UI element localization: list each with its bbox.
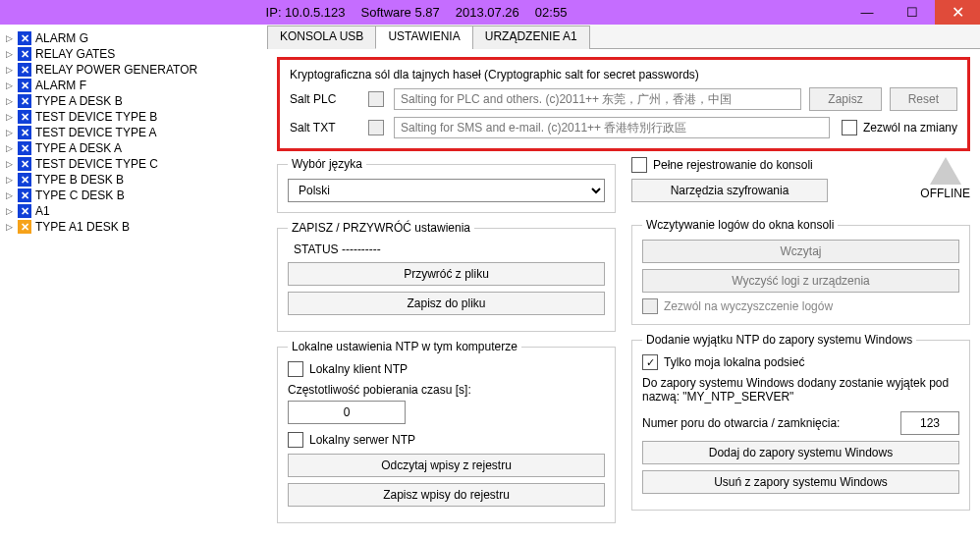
salt-plc-label: Salt PLC xyxy=(290,92,368,106)
expand-icon: ▷ xyxy=(6,128,14,137)
tree-item[interactable]: ▷✕ALARM G xyxy=(4,30,263,46)
save-restore-title: ZAPISZ / PRZYWRÓĆ ustawienia xyxy=(288,221,474,235)
encryption-tools-button[interactable]: Narzędzia szyfrowania xyxy=(631,179,828,202)
remove-firewall-button[interactable]: Usuń z zapory systemu Windows xyxy=(642,470,959,494)
save-to-file-button[interactable]: Zapisz do pliku xyxy=(288,292,605,315)
tab[interactable]: USTAWIENIA xyxy=(375,26,472,49)
tabs: KONSOLA USBUSTAWIENIAURZĄDZENIE A1 xyxy=(267,25,980,49)
device-icon: ✕ xyxy=(18,63,31,77)
salt-txt-input[interactable] xyxy=(394,117,830,138)
expand-icon: ▷ xyxy=(6,159,14,169)
tree-item-label: TYPE A DESK A xyxy=(35,141,122,155)
maximize-button[interactable]: ☐ xyxy=(890,0,935,25)
ntp-freq-input[interactable] xyxy=(288,401,406,424)
tree-item-label: TEST DEVICE TYPE A xyxy=(35,126,157,139)
device-icon: ✕ xyxy=(18,126,31,139)
expand-icon: ▷ xyxy=(6,143,14,153)
tree-item[interactable]: ▷✕TYPE A1 DESK B xyxy=(4,219,263,235)
tree-item[interactable]: ▷✕RELAY POWER GENERATOR xyxy=(4,62,263,78)
load-logs-button[interactable]: Wczytaj xyxy=(642,240,959,263)
device-icon: ✕ xyxy=(18,173,31,187)
tree-item[interactable]: ▷✕TYPE B DESK B xyxy=(4,172,263,188)
allow-changes-checkbox[interactable] xyxy=(842,120,857,135)
tree-item-label: TEST DEVICE TYPE C xyxy=(35,157,158,171)
tree-item-label: ALARM G xyxy=(35,31,88,45)
tree-item[interactable]: ▷✕ALARM F xyxy=(4,78,263,93)
expand-icon: ▷ xyxy=(6,33,14,43)
reset-button[interactable]: Reset xyxy=(890,87,957,111)
ntp-freq-label: Częstotliwość pobierania czasu [s]: xyxy=(288,383,605,397)
logs-section: Wczytywanie logów do okna konsoli Wczyta… xyxy=(631,218,970,325)
tree-item[interactable]: ▷✕RELAY GATES xyxy=(4,46,263,62)
tree-item[interactable]: ▷✕A1 xyxy=(4,203,263,219)
language-section: Wybór języka Polski xyxy=(277,157,616,213)
subnet-only-checkbox[interactable] xyxy=(642,354,658,370)
device-icon: ✕ xyxy=(18,189,31,202)
tree-item[interactable]: ▷✕TEST DEVICE TYPE C xyxy=(4,156,263,172)
expand-icon: ▷ xyxy=(6,49,14,59)
close-button[interactable]: ✕ xyxy=(935,0,980,25)
allow-changes-label: Zezwól na zmiany xyxy=(863,121,957,135)
language-select[interactable]: Polski xyxy=(288,179,605,202)
logs-title: Wczytywanie logów do okna konsoli xyxy=(642,218,838,232)
device-tree: ▷✕ALARM G▷✕RELAY GATES▷✕RELAY POWER GENE… xyxy=(0,25,267,539)
tree-item-label: RELAY POWER GENERATOR xyxy=(35,63,197,77)
ntp-server-checkbox[interactable] xyxy=(288,432,303,448)
expand-icon: ▷ xyxy=(6,175,14,185)
port-input[interactable] xyxy=(900,411,959,435)
device-icon: ✕ xyxy=(18,141,31,155)
port-label: Numer poru do otwarcia / zamknięcia: xyxy=(642,416,900,430)
ntp-client-checkbox[interactable] xyxy=(288,361,303,377)
tree-item-label: TYPE B DESK B xyxy=(35,173,124,187)
save-status: STATUS ---------- xyxy=(294,243,605,256)
expand-icon: ▷ xyxy=(6,222,14,232)
firewall-title: Dodanie wyjątku NTP do zapory systemu Wi… xyxy=(642,333,916,347)
save-restore-section: ZAPISZ / PRZYWRÓĆ ustawienia STATUS ----… xyxy=(277,221,616,332)
device-icon: ✕ xyxy=(18,220,31,234)
allow-clear-logs-label: Zezwól na wyczyszczenie logów xyxy=(664,299,833,313)
expand-icon: ▷ xyxy=(6,112,14,122)
titlebar-time: 02:55 xyxy=(535,5,568,20)
write-registry-button[interactable]: Zapisz wpisy do rejestru xyxy=(288,483,605,507)
tree-item-label: TYPE A DESK B xyxy=(35,94,123,108)
firewall-section: Dodanie wyjątku NTP do zapory systemu Wi… xyxy=(631,333,970,511)
titlebar-software: Software 5.87 xyxy=(361,5,440,20)
device-icon: ✕ xyxy=(18,157,31,171)
tree-item[interactable]: ▷✕TEST DEVICE TYPE A xyxy=(4,125,263,140)
tree-item[interactable]: ▷✕TYPE A DESK B xyxy=(4,93,263,109)
ntp-local-title: Lokalne ustawienia NTP w tym komputerze xyxy=(288,340,521,353)
device-icon: ✕ xyxy=(18,204,31,218)
tree-item[interactable]: ▷✕TEST DEVICE TYPE B xyxy=(4,109,263,125)
tree-item[interactable]: ▷✕TYPE A DESK A xyxy=(4,140,263,156)
salt-plc-checkbox[interactable] xyxy=(368,91,384,107)
tab[interactable]: KONSOLA USB xyxy=(267,26,376,49)
tree-item-label: TYPE C DESK B xyxy=(35,189,125,202)
ntp-server-label: Lokalny serwer NTP xyxy=(309,433,415,447)
device-icon: ✕ xyxy=(18,47,31,61)
salt-txt-label: Salt TXT xyxy=(290,121,368,135)
salt-txt-checkbox[interactable] xyxy=(368,120,384,135)
language-title: Wybór języka xyxy=(288,157,366,171)
save-button[interactable]: Zapisz xyxy=(809,87,881,111)
tree-item-label: TYPE A1 DESK B xyxy=(35,220,130,234)
salt-plc-input[interactable] xyxy=(394,88,801,110)
tree-item[interactable]: ▷✕TYPE C DESK B xyxy=(4,188,263,203)
tree-item-label: ALARM F xyxy=(35,79,86,92)
tab[interactable]: URZĄDZENIE A1 xyxy=(472,26,590,49)
offline-icon xyxy=(930,157,961,185)
crypto-salt-section: Kryptograficzna sól dla tajnych haseł (C… xyxy=(277,57,970,151)
restore-from-file-button[interactable]: Przywróć z pliku xyxy=(288,262,605,286)
ntp-local-section: Lokalne ustawienia NTP w tym komputerze … xyxy=(277,340,616,523)
allow-clear-logs-checkbox[interactable] xyxy=(642,298,658,314)
titlebar: IP: 10.0.5.123 Software 5.87 2013.07.26 … xyxy=(0,0,980,25)
clear-logs-button[interactable]: Wyczyść logi z urządzenia xyxy=(642,269,959,293)
expand-icon: ▷ xyxy=(6,81,14,90)
ntp-client-label: Lokalny klient NTP xyxy=(309,362,408,376)
device-icon: ✕ xyxy=(18,79,31,92)
full-logging-checkbox[interactable] xyxy=(631,157,647,173)
add-firewall-button[interactable]: Dodaj do zapory systemu Windows xyxy=(642,441,959,464)
expand-icon: ▷ xyxy=(6,190,14,200)
minimize-button[interactable]: — xyxy=(844,0,890,25)
read-registry-button[interactable]: Odczytaj wpisy z rejestru xyxy=(288,454,605,477)
expand-icon: ▷ xyxy=(6,65,14,75)
